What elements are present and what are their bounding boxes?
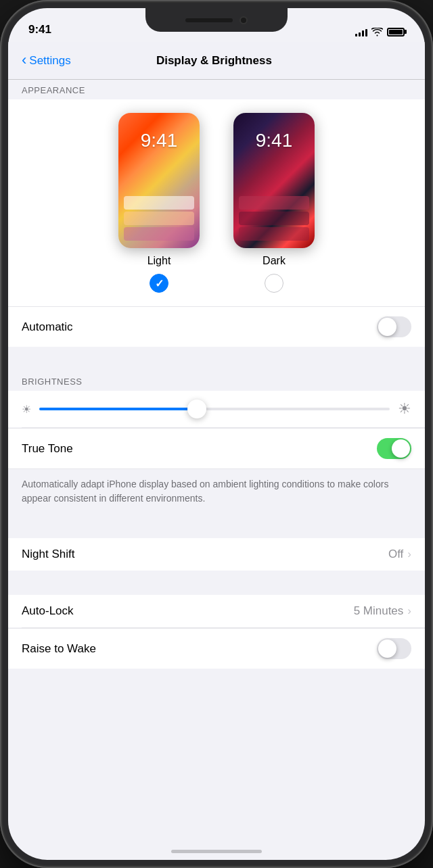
- section-gap-2: [8, 514, 425, 538]
- automatic-row[interactable]: Automatic: [8, 306, 425, 347]
- true-tone-toggle-knob: [392, 439, 410, 458]
- night-shift-row[interactable]: Night Shift Off ›: [8, 538, 425, 571]
- light-preview-overlay: 9:41: [118, 113, 200, 248]
- dark-bar-2: [239, 212, 309, 225]
- true-tone-label: True Tone: [22, 442, 73, 456]
- brightness-section: [8, 391, 425, 427]
- auto-lock-row[interactable]: Auto-Lock 5 Minutes ›: [8, 595, 425, 627]
- auto-lock-right: 5 Minutes ›: [354, 604, 411, 618]
- light-bar-2: [124, 212, 194, 225]
- auto-lock-value: 5 Minutes: [354, 604, 404, 618]
- night-shift-right: Off ›: [388, 548, 411, 561]
- raise-to-wake-toggle-knob: [378, 640, 396, 658]
- light-preview: 9:41: [118, 113, 200, 248]
- battery-icon: [387, 28, 405, 37]
- light-radio[interactable]: ✓: [150, 274, 168, 293]
- dark-preview-overlay: 9:41: [233, 113, 315, 248]
- true-tone-description: Automatically adapt iPhone display based…: [8, 468, 425, 514]
- raise-to-wake-toggle[interactable]: [377, 638, 411, 659]
- light-label: Light: [147, 255, 171, 267]
- back-label: Settings: [29, 54, 70, 68]
- true-tone-row[interactable]: True Tone: [8, 428, 425, 468]
- light-bar-1: [124, 196, 194, 210]
- page-title: Display & Brightness: [71, 54, 357, 68]
- speaker: [185, 18, 233, 22]
- brightness-slider-fill: [39, 408, 197, 410]
- automatic-toggle-knob: [378, 318, 396, 336]
- home-indicator: [171, 850, 262, 853]
- brightness-low-icon: [22, 403, 31, 416]
- auto-lock-label: Auto-Lock: [22, 604, 74, 618]
- raise-to-wake-row[interactable]: Raise to Wake: [8, 628, 425, 669]
- true-tone-toggle[interactable]: [377, 438, 411, 459]
- screen: 9:41: [8, 8, 425, 860]
- back-chevron-icon: ‹: [22, 51, 26, 69]
- dark-bar-1: [239, 196, 309, 210]
- night-shift-value: Off: [388, 548, 403, 561]
- light-preview-bars: [118, 194, 200, 248]
- signal-bar-1: [355, 34, 357, 37]
- signal-bar-3: [362, 30, 364, 37]
- dark-preview: 9:41: [233, 113, 315, 248]
- section-gap-1: [8, 347, 425, 371]
- scroll-content[interactable]: APPEARANCE 9:41: [8, 80, 425, 860]
- wifi-icon: [371, 28, 383, 37]
- brightness-slider-thumb[interactable]: [187, 400, 206, 418]
- status-icons: [355, 27, 405, 37]
- notch: [145, 8, 288, 32]
- light-preview-time: 9:41: [118, 130, 200, 151]
- dark-bar-3: [239, 227, 309, 241]
- raise-to-wake-label: Raise to Wake: [22, 642, 96, 656]
- dark-label: Dark: [263, 255, 286, 267]
- auto-lock-chevron-icon: ›: [407, 604, 411, 618]
- brightness-section-header: BRIGHTNESS: [8, 371, 425, 391]
- status-time: 9:41: [28, 23, 51, 37]
- dark-preview-time: 9:41: [233, 130, 315, 151]
- light-mode-option[interactable]: 9:41 Light ✓: [118, 113, 200, 293]
- brightness-high-icon: [398, 400, 411, 418]
- dark-radio[interactable]: [265, 274, 283, 293]
- light-bar-3: [124, 227, 194, 241]
- front-camera: [240, 16, 248, 24]
- appearance-section: 9:41 Light ✓: [8, 99, 425, 306]
- phone-frame: 9:41: [0, 0, 433, 868]
- signal-bar-4: [365, 29, 367, 37]
- checkmark-icon: ✓: [155, 277, 164, 290]
- dark-preview-bars: [233, 194, 315, 248]
- appearance-section-header: APPEARANCE: [8, 80, 425, 99]
- appearance-options: 9:41 Light ✓: [118, 113, 315, 293]
- brightness-slider[interactable]: [39, 408, 390, 410]
- night-shift-chevron-icon: ›: [407, 548, 411, 561]
- dark-mode-option[interactable]: 9:41 Dark: [233, 113, 315, 293]
- automatic-label: Automatic: [22, 320, 73, 334]
- battery-fill: [389, 30, 403, 34]
- section-gap-3: [8, 571, 425, 595]
- night-shift-label: Night Shift: [22, 548, 74, 561]
- brightness-slider-row: [22, 400, 411, 418]
- navigation-bar: ‹ Settings Display & Brightness: [8, 42, 425, 80]
- back-button[interactable]: ‹ Settings: [22, 53, 71, 69]
- automatic-toggle[interactable]: [377, 316, 411, 337]
- signal-bars: [355, 27, 367, 37]
- signal-bar-2: [359, 32, 361, 37]
